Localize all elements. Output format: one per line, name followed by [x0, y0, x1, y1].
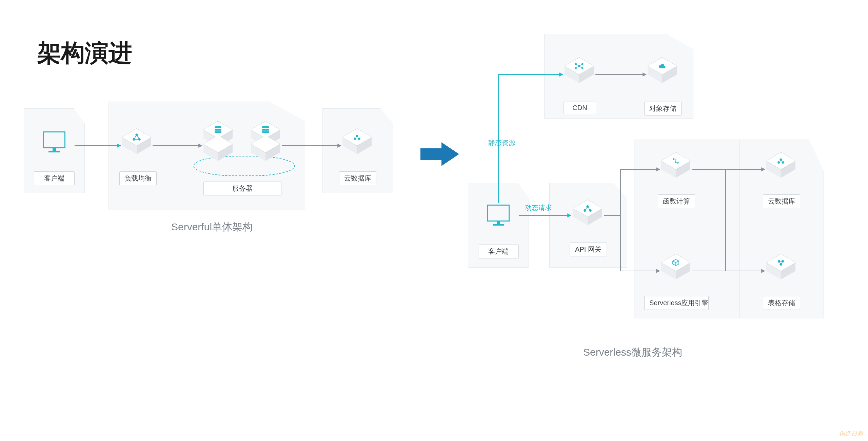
- client-label: 客户端: [34, 171, 75, 185]
- lb-node: [122, 129, 151, 163]
- svg-rect-4: [215, 129, 221, 130]
- rds-node: [766, 152, 795, 186]
- svg-rect-5: [215, 131, 221, 133]
- svg-point-10: [354, 138, 356, 140]
- lb-label: 负载均衡: [119, 171, 157, 185]
- client-icon: [41, 131, 68, 152]
- evolution-arrow-icon: [420, 142, 461, 166]
- svg-rect-3: [215, 126, 221, 128]
- oss-label: 对象存储: [644, 102, 682, 115]
- server-label: 服务器: [203, 182, 281, 195]
- watermark: 创造日新: [839, 429, 863, 438]
- svg-point-21: [777, 161, 780, 164]
- svg-point-20: [780, 159, 782, 161]
- fc-label: 函数计算: [658, 194, 695, 208]
- rds-label: 云数据库: [763, 194, 800, 208]
- fc-node: [661, 152, 690, 186]
- svg-rect-6: [262, 126, 269, 128]
- svg-rect-8: [262, 131, 269, 133]
- edge-dynamic-label: 动态请求: [525, 203, 552, 212]
- client-r-icon: [485, 205, 512, 226]
- sae-label: Serverless应用引擎: [644, 296, 709, 310]
- api-label: API 网关: [570, 243, 607, 256]
- svg-rect-7: [262, 129, 269, 130]
- cdn-label: CDN: [564, 102, 596, 114]
- right-subtitle: Serverless微服务架构: [583, 345, 682, 359]
- sae-node: [661, 254, 690, 288]
- edge-static-label: 静态资源: [488, 138, 515, 147]
- ots-node: [766, 254, 795, 288]
- left-subtitle: Serverful单体架构: [171, 220, 253, 234]
- page-title: 架构演进: [37, 37, 132, 69]
- client-r-label: 客户端: [478, 245, 519, 258]
- oss-node: [648, 58, 677, 91]
- ots-label: 表格存储: [763, 296, 800, 310]
- svg-point-22: [782, 161, 784, 164]
- cdn-node: [565, 58, 594, 91]
- api-node: [573, 200, 602, 234]
- db-label: 云数据库: [339, 171, 376, 185]
- db-node: [342, 129, 372, 163]
- svg-point-11: [358, 138, 360, 140]
- svg-point-9: [356, 135, 358, 137]
